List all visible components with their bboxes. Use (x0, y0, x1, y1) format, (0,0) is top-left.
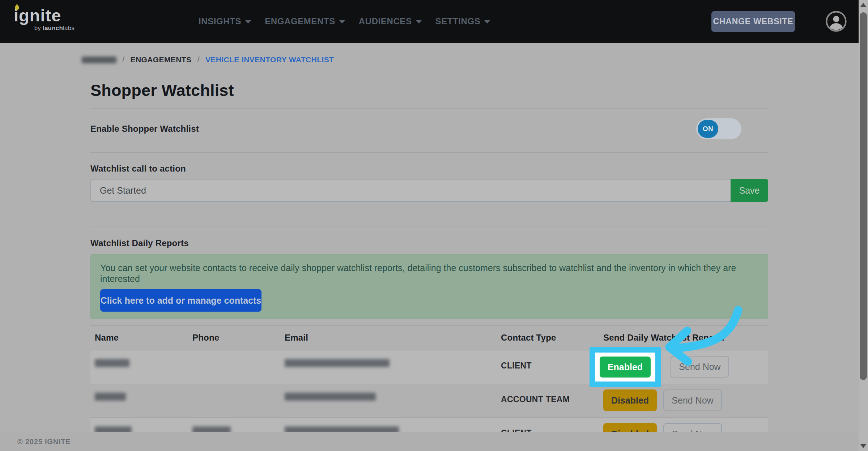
logo-sub-bold: launch (43, 25, 63, 31)
app-logo[interactable]: ignite by launchlabs (14, 5, 75, 32)
status-toggle-button-disabled[interactable]: Disabled (603, 423, 657, 432)
logo-sub-suffix: labs (63, 25, 75, 31)
cell-email-redacted (280, 423, 497, 432)
chevron-down-icon (339, 20, 345, 24)
app-viewport: ignite by launchlabs INSIGHTS ENGAGEMENT… (0, 0, 868, 451)
cell-name-redacted (90, 423, 188, 432)
highlight-box: Enabled (590, 347, 661, 387)
nav-item-settings[interactable]: SETTINGS (435, 16, 490, 26)
column-header-name: Name (90, 333, 188, 343)
enable-watchlist-row: Enable Shopper Watchlist ON (90, 117, 768, 140)
cell-name-redacted (90, 356, 188, 368)
cell-contact-type: ACCOUNT TEAM (497, 389, 599, 404)
scrollbar-thumb[interactable] (860, 12, 867, 380)
breadcrumb-separator: / (122, 55, 125, 64)
enable-watchlist-label: Enable Shopper Watchlist (90, 124, 199, 134)
send-now-button[interactable]: Send Now (671, 356, 729, 378)
copyright-text: © 2025 IGNITE (17, 438, 71, 446)
flame-icon (14, 4, 20, 11)
avatar[interactable] (826, 11, 847, 32)
nav-item-label: SETTINGS (435, 16, 481, 26)
page-footer: © 2025 IGNITE (0, 432, 859, 451)
cell-actions: Disabled Send Now (599, 423, 768, 432)
main-nav: INSIGHTS ENGAGEMENTS AUDIENCES SETTINGS (199, 0, 490, 43)
vertical-scrollbar[interactable] (859, 0, 868, 451)
table-row: CLIENT Disabled Send Now (90, 418, 768, 432)
top-navbar: ignite by launchlabs INSIGHTS ENGAGEMENT… (0, 0, 868, 43)
column-header-phone: Phone (188, 333, 280, 343)
section-divider (90, 108, 768, 109)
cell-actions: Disabled Send Now (599, 389, 768, 411)
alert-text: You can set your website contacts to rec… (100, 262, 758, 284)
cta-input[interactable] (90, 179, 731, 202)
section-divider (90, 152, 768, 153)
send-now-button[interactable]: Send Now (663, 423, 722, 432)
enable-watchlist-toggle[interactable]: ON (696, 118, 741, 139)
section-divider (90, 227, 768, 227)
change-website-button[interactable]: CHANGE WEBSITE (711, 11, 795, 32)
chevron-down-icon (416, 20, 422, 24)
breadcrumb-separator: / (197, 55, 200, 64)
cell-contact-type: CLIENT (497, 423, 599, 432)
nav-item-label: AUDIENCES (359, 16, 412, 26)
cell-actions: Enabled Send Now (599, 356, 768, 378)
scroll-down-arrow-icon[interactable] (860, 444, 867, 448)
daily-reports-label: Watchlist Daily Reports (90, 238, 768, 248)
toggle-knob: ON (698, 120, 718, 138)
nav-item-insights[interactable]: INSIGHTS (199, 16, 251, 26)
nav-item-audiences[interactable]: AUDIENCES (359, 16, 422, 26)
cell-email-redacted (280, 356, 497, 368)
cell-email-redacted (280, 389, 497, 402)
column-header-send-report: Send Daily Watchlist Report? (599, 333, 768, 343)
nav-item-label: INSIGHTS (199, 16, 241, 26)
status-toggle-button-disabled[interactable]: Disabled (603, 389, 657, 411)
logo-sub-prefix: by (34, 25, 43, 31)
table-row: CLIENT Enabled Send Now (90, 350, 768, 384)
logo-text: ignite (14, 5, 75, 26)
cta-label: Watchlist call to action (90, 164, 768, 174)
chevron-down-icon (245, 20, 251, 24)
manage-contacts-button[interactable]: Click here to add or manage contacts (100, 289, 261, 312)
breadcrumb-item-engagements[interactable]: ENGAGEMENTS (131, 55, 192, 64)
person-circle-icon (826, 11, 847, 32)
nav-item-engagements[interactable]: ENGAGEMENTS (265, 16, 345, 26)
cell-name-redacted (90, 389, 188, 402)
page-title: Shopper Watchlist (90, 81, 768, 100)
scroll-up-arrow-icon[interactable] (860, 3, 867, 7)
cell-contact-type: CLIENT (497, 356, 599, 371)
table-header-row: Name Phone Email Contact Type Send Daily… (90, 325, 768, 350)
table-row: ACCOUNT TEAM Disabled Send Now (90, 384, 768, 418)
breadcrumb: / ENGAGEMENTS / VEHICLE INVENTORY WATCHL… (82, 43, 768, 64)
status-toggle-button-enabled[interactable]: Enabled (600, 357, 651, 378)
nav-item-label: ENGAGEMENTS (265, 16, 335, 26)
column-header-email: Email (280, 333, 497, 343)
breadcrumb-item-current[interactable]: VEHICLE INVENTORY WATCHLIST (205, 55, 334, 64)
column-header-contact-type: Contact Type (497, 333, 599, 343)
daily-reports-info-alert: You can set your website contacts to rec… (90, 254, 768, 319)
contacts-table: Name Phone Email Contact Type Send Daily… (90, 325, 768, 432)
breadcrumb-item-redacted[interactable] (82, 56, 116, 63)
cell-phone-redacted (188, 423, 280, 432)
save-button[interactable]: Save (731, 179, 768, 202)
chevron-down-icon (484, 20, 490, 24)
main-content: / ENGAGEMENTS / VEHICLE INVENTORY WATCHL… (0, 43, 859, 432)
cta-input-group: Save (90, 179, 768, 202)
send-now-button[interactable]: Send Now (663, 389, 722, 411)
